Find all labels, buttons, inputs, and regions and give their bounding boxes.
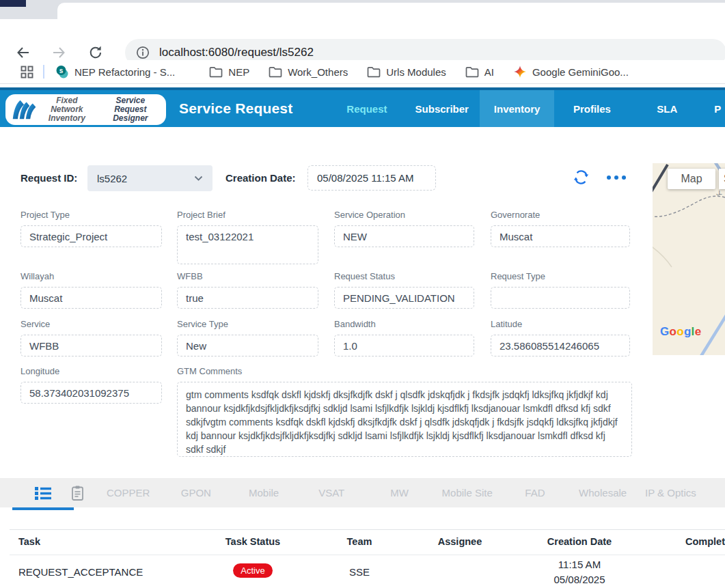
bookmarks-bar: s NEP Refactoring - S... NEP Work_Others… [0,60,725,83]
folder-icon [209,66,223,78]
svg-text:ـل: ـل [716,190,722,196]
url-text[interactable]: localhost:6080/request/ls5262 [159,46,314,59]
chevron-down-icon [194,176,203,181]
field-value-longitude: 58.373402031092375 [20,382,162,404]
field-label-gtm-comments: GTM Comments [177,366,242,376]
field-value-service: WFBB [20,335,162,356]
field-label-request-status: Request Status [334,271,395,281]
nav-item-sla[interactable]: SLA [629,90,705,127]
field-label-willayah: Willayah [20,271,54,281]
brand-subtitle: Service RequestDesigner [100,96,161,123]
more-options-icon[interactable] [607,176,626,180]
page-title: Service Request [179,90,292,127]
nav-item-profiles[interactable]: Profiles [554,90,629,127]
forward-icon[interactable] [51,44,67,61]
tab-wholesale[interactable]: Wholesale [569,487,637,499]
col-header-task: Task [18,536,40,547]
table-header-border [10,555,725,555]
folder-icon [367,66,381,78]
table-top-border [10,529,725,530]
tab-gpon[interactable]: GPON [162,487,230,499]
brand-logo-pill[interactable]: Fixed NetworkInventory Service RequestDe… [5,94,166,125]
bookmark-folder-work-others[interactable]: Work_Others [269,66,348,78]
nav-item-cutoff[interactable]: P [705,90,725,127]
col-header-assignee: Assignee [409,536,511,547]
task-list-tab[interactable] [26,486,60,501]
refresh-icon[interactable] [573,169,590,186]
folder-icon [465,66,479,78]
bookmarks-divider [0,83,725,84]
sub-tab-strip: COPPER GPON Mobile VSAT MW Mobile Site F… [0,478,725,507]
active-tab-ink-bar [12,507,74,510]
app-header: Fixed NetworkInventory Service RequestDe… [0,87,725,127]
bookmark-folder-nep[interactable]: NEP [209,66,249,78]
window-corner [0,0,26,7]
bookmarks-separator [43,65,44,79]
field-value-bandwidth: 1.0 [334,335,474,356]
page: { "browser": { "url": "localhost:6080/re… [0,0,725,588]
bookmark-google-gemini[interactable]: Google GeminiGoo... [513,65,629,79]
field-value-request-status: PENDING_VALIDATION [334,287,474,309]
notes-tab[interactable] [60,485,94,501]
map-type-button[interactable]: Map [668,169,715,189]
field-value-wfbb: true [177,287,318,309]
col-header-team: Team [312,536,407,547]
tab-mw[interactable]: MW [366,487,433,499]
field-value-service-operation: NEW [334,225,474,247]
reload-icon[interactable] [87,44,104,61]
nav-item-subscriber[interactable]: Subscriber [405,90,480,127]
field-label-service-operation: Service Operation [334,210,405,220]
field-label-project-type: Project Type [20,210,70,220]
nav-item-request[interactable]: Request [329,90,405,127]
nav-item-inventory[interactable]: Inventory [480,90,555,127]
map-widget[interactable]: ـل Map S Google [653,163,725,355]
col-header-creation-date: Creation Date [515,536,644,547]
creation-date-label: Creation Date: [225,172,296,184]
tab-mobile[interactable]: Mobile [230,487,297,499]
status-badge: Active [233,563,272,578]
bookmark-nep-refactoring[interactable]: s NEP Refactoring - S... [55,65,175,79]
field-label-request-type: Request Type [491,271,545,281]
field-label-service: Service [20,319,50,329]
field-value-latitude: 23.586085514246065 [491,335,630,356]
brand-title: Fixed NetworkInventory [40,96,94,123]
folder-icon [269,66,282,78]
request-id-select[interactable]: ls5262 [87,165,213,191]
field-label-service-type: Service Type [177,319,228,329]
browser-active-tab[interactable] [57,3,725,19]
cell-task: REQUEST_ACCEPTANCE [18,566,143,578]
request-id-label: Request ID: [20,172,77,184]
tab-fad[interactable]: FAD [501,487,569,499]
field-label-bandwidth: Bandwidth [334,319,376,329]
browser-tab-strip [0,0,725,19]
field-value-project-brief: test_03122021 [177,225,318,264]
clipboard-icon [70,485,85,501]
field-value-request-type [491,287,630,309]
tab-ip-optics[interactable]: IP & Optics [637,487,705,499]
field-label-governorate: Governorate [491,210,540,220]
tab-mobile-site[interactable]: Mobile Site [433,487,501,499]
tab-copper[interactable]: COPPER [94,487,162,499]
bookmark-folder-ai[interactable]: AI [465,66,494,78]
satellite-button[interactable]: S [719,169,725,189]
tab-vsat[interactable]: VSAT [298,487,366,499]
field-label-wfbb: WFBB [177,271,203,281]
apps-grid-icon[interactable] [20,66,33,79]
cell-team: SSE [312,566,407,578]
col-header-task-status: Task Status [202,536,304,547]
back-icon[interactable] [15,44,31,61]
svg-text:s: s [59,67,64,74]
field-label-longitude: Longitude [20,366,59,376]
col-header-completion-date: Completio [685,536,725,547]
sharepoint-icon: s [55,65,69,79]
field-value-willayah: Muscat [20,287,162,309]
field-value-governorate: Muscat [491,225,630,247]
site-info-icon[interactable] [136,46,150,59]
field-value-project-type: Strategic_Project [20,225,162,247]
field-value-service-type: New [177,335,318,356]
google-logo: Google [660,325,701,339]
creation-date-value: 05/08/2025 11:15 AM [307,165,436,191]
browser-toolbar: localhost:6080/request/ls5262 [0,19,725,60]
field-label-project-brief: Project Brief [177,210,225,220]
bookmark-folder-urls-modules[interactable]: Urls Modules [367,66,446,78]
